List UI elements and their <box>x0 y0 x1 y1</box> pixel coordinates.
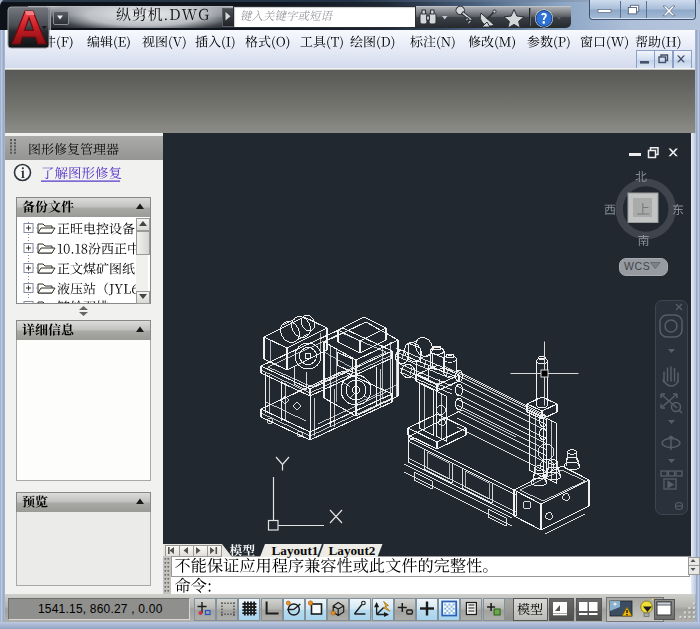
svg-text:Layout1: Layout1 <box>272 543 319 558</box>
svg-text:Layout2: Layout2 <box>329 543 376 558</box>
